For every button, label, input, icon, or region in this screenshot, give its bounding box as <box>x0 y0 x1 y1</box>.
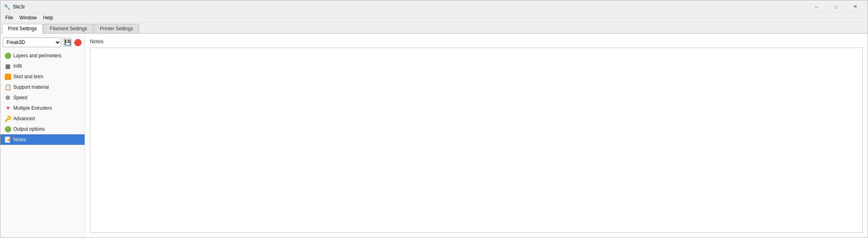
sidebar-item-label: Speed <box>13 95 27 100</box>
advanced-icon: 🔑 <box>4 115 11 122</box>
sidebar-item-infill[interactable]: ▦ Infill <box>0 61 85 71</box>
tab-bar: Print Settings Filament Settings Printer… <box>0 22 868 33</box>
sidebar-item-support-material[interactable]: 📋 Support material <box>0 82 85 92</box>
save-icon: 💾 <box>64 39 71 46</box>
tab-filament-settings[interactable]: Filament Settings <box>44 24 93 33</box>
tab-printer-settings[interactable]: Printer Settings <box>94 24 139 33</box>
sidebar-item-layers-perimeters[interactable]: 🟢 Layers and perimeters <box>0 50 85 61</box>
sidebar-item-label: Skirt and brim <box>13 74 43 79</box>
extruders-icon: 🔻 <box>4 105 11 111</box>
app-icon: 🔧 <box>4 4 10 10</box>
title-bar-left: 🔧 Slic3r <box>4 4 25 10</box>
sidebar-item-label: Advanced <box>13 116 35 121</box>
minimize-button[interactable]: ─ <box>807 1 826 13</box>
sidebar-item-label: Notes <box>13 137 26 142</box>
menu-file[interactable]: File <box>2 13 16 22</box>
sidebar-item-advanced[interactable]: 🔑 Advanced <box>0 113 85 124</box>
content-title: Notes <box>90 38 863 44</box>
profile-dropdown[interactable]: Freak3D <box>3 38 61 47</box>
sidebar-item-label: Support material <box>13 84 49 90</box>
profile-save-button[interactable]: 💾 <box>63 38 72 47</box>
main-area: Freak3D 💾 🔴 🟢 Layers and perimeters ▦ In… <box>0 33 868 238</box>
speed-icon: ⚙ <box>4 94 11 101</box>
content-area: Notes <box>85 33 868 238</box>
sidebar-item-label: Multiple Extruders <box>13 105 52 111</box>
main-window: 🔧 Slic3r ─ □ ✕ File Window Help Print Se… <box>0 0 868 238</box>
menu-bar: File Window Help <box>0 13 868 22</box>
profile-delete-button[interactable]: 🔴 <box>73 38 82 47</box>
sidebar-item-speed[interactable]: ⚙ Speed <box>0 92 85 103</box>
sidebar: Freak3D 💾 🔴 🟢 Layers and perimeters ▦ In… <box>0 33 85 238</box>
sidebar-item-skirt-brim[interactable]: 🟧 Skirt and brim <box>0 71 85 82</box>
layers-icon: 🟢 <box>4 52 11 59</box>
menu-help[interactable]: Help <box>40 13 56 22</box>
skirt-icon: 🟧 <box>4 73 11 80</box>
notes-icon: 📝 <box>4 136 11 143</box>
sidebar-item-label: Output options <box>13 126 45 132</box>
app-title: Slic3r <box>13 4 25 10</box>
maximize-button[interactable]: □ <box>826 1 845 13</box>
menu-window[interactable]: Window <box>16 13 40 22</box>
window-controls: ─ □ ✕ <box>807 1 864 13</box>
notes-textarea[interactable] <box>90 48 863 233</box>
infill-icon: ▦ <box>4 63 11 69</box>
output-icon: 🟢 <box>4 126 11 132</box>
title-bar: 🔧 Slic3r ─ □ ✕ <box>0 0 868 13</box>
profile-row: Freak3D 💾 🔴 <box>0 36 85 49</box>
sidebar-item-output-options[interactable]: 🟢 Output options <box>0 124 85 134</box>
tab-print-settings[interactable]: Print Settings <box>2 24 43 33</box>
sidebar-item-label: Infill <box>13 63 22 69</box>
sidebar-item-multiple-extruders[interactable]: 🔻 Multiple Extruders <box>0 103 85 113</box>
support-icon: 📋 <box>4 84 11 90</box>
close-button[interactable]: ✕ <box>846 1 864 13</box>
sidebar-nav: 🟢 Layers and perimeters ▦ Infill 🟧 Skirt… <box>0 50 85 145</box>
delete-icon: 🔴 <box>74 39 82 46</box>
sidebar-item-notes[interactable]: 📝 Notes <box>0 134 85 145</box>
sidebar-item-label: Layers and perimeters <box>13 53 61 58</box>
